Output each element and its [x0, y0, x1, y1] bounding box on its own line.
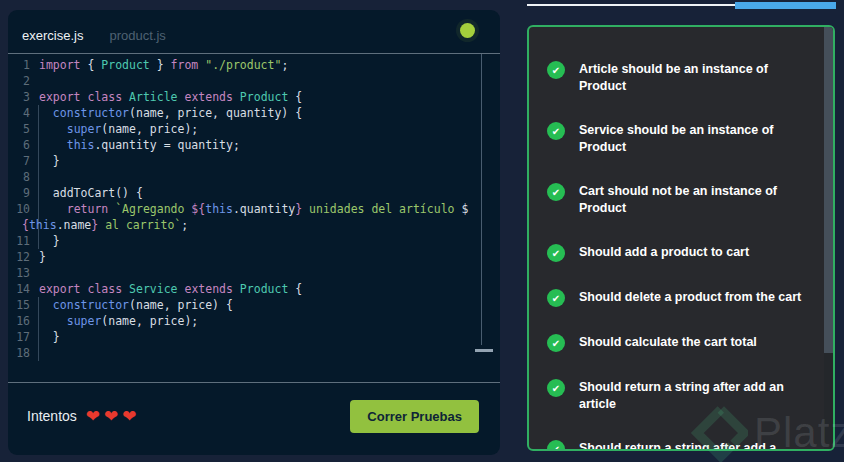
line-number: 4 [14, 105, 30, 121]
code-line: 2 [8, 73, 500, 89]
code-line: 1import { Product } from "./product"; [8, 57, 500, 73]
code-line: 9 addToCart() { [8, 185, 500, 201]
test-result-item: ✔Should calculate the cart total [547, 334, 817, 352]
test-result-text: Should calculate the cart total [579, 334, 757, 351]
line-number: 2 [14, 73, 30, 89]
test-result-text: Should add a product to cart [579, 244, 749, 261]
line-number: 6 [14, 137, 30, 153]
tab-product-js[interactable]: product.js [109, 28, 165, 43]
code-line: 11 } [8, 233, 500, 249]
test-results-panel: ✔Article should be an instance of Produc… [527, 25, 835, 451]
test-result-item: ✔Should delete a product from the cart [547, 289, 817, 307]
test-result-item: ✔Should add a product to cart [547, 244, 817, 262]
run-tests-button[interactable]: Correr Pruebas [350, 400, 479, 433]
test-result-item: ✔Cart should not be an instance of Produ… [547, 183, 817, 217]
tests-scrollbar-thumb[interactable] [824, 27, 833, 353]
check-icon: ✔ [547, 440, 565, 449]
code-line: 5 super(name, price); [8, 121, 500, 137]
test-result-text: Should delete a product from the cart [579, 289, 801, 306]
code-line: 6 this.quantity = quantity; [8, 137, 500, 153]
test-result-item: ✔Service should be an instance of Produc… [547, 122, 817, 156]
code-line: 17 } [8, 329, 500, 345]
check-icon: ✔ [547, 183, 565, 201]
line-number: 11 [14, 233, 30, 249]
test-result-text: Article should be an instance of Product [579, 61, 817, 95]
editor-horizontal-scrollbar[interactable] [475, 349, 493, 352]
code-line: 12} [8, 249, 500, 265]
test-result-text: Service should be an instance of Product [579, 122, 774, 156]
code-line: 13 [8, 265, 500, 281]
progress-bar-remaining [735, 2, 836, 9]
editor-vertical-scrollbar[interactable] [481, 54, 482, 345]
line-number: 5 [14, 121, 30, 137]
heart-icon: ❤ [104, 408, 118, 425]
code-line: 10 return `Agregando ${this.quantity} un… [8, 201, 500, 217]
line-number: 1 [14, 57, 30, 73]
check-icon: ✔ [547, 289, 565, 307]
line-number: 13 [14, 265, 30, 281]
test-result-text: Cart should not be an instance of Produc… [579, 183, 777, 217]
test-result-item: ✔Should return a string after add an art… [547, 379, 817, 413]
code-editor-area[interactable]: 1import { Product } from "./product";23e… [8, 54, 500, 382]
code-line: 16 super(name, price); [8, 313, 500, 329]
heart-icon: ❤ [122, 408, 136, 425]
status-dot-icon [460, 23, 475, 38]
editor-bottom-separator [8, 382, 500, 383]
attempts-label: Intentos [27, 408, 77, 424]
code-line: 3export class Article extends Product { [8, 89, 500, 105]
tab-exercise-js[interactable]: exercise.js [22, 28, 83, 43]
tests-scrollbar-track[interactable] [824, 27, 833, 449]
heart-icon: ❤ [86, 408, 100, 425]
test-results-list: ✔Article should be an instance of Produc… [529, 27, 833, 449]
line-number: 10 [14, 201, 30, 217]
check-icon: ✔ [547, 244, 565, 262]
code-line: 14export class Service extends Product { [8, 281, 500, 297]
test-result-text: Should return a string after add an arti… [579, 379, 784, 413]
test-result-text: Should return a string after add a servi… [579, 440, 776, 449]
code-line: {this.name} al carrito`; [8, 217, 500, 233]
line-number: 9 [14, 185, 30, 201]
code-line: 18 [8, 345, 500, 361]
line-number: 8 [14, 169, 30, 185]
test-result-item: ✔Should return a string after add a serv… [547, 440, 817, 449]
line-number: 14 [14, 281, 30, 297]
test-result-item: ✔Article should be an instance of Produc… [547, 61, 817, 95]
line-number: 7 [14, 153, 30, 169]
code-line: 7 } [8, 153, 500, 169]
progress-bar-done [527, 4, 735, 6]
code-line: 4 constructor(name, price, quantity) { [8, 105, 500, 121]
attempts-hearts: ❤❤❤ [86, 408, 137, 425]
editor-tab-bar: exercise.jsproduct.js [22, 22, 166, 48]
code-line: 8 [8, 169, 500, 185]
check-icon: ✔ [547, 122, 565, 140]
attempts-row: Intentos ❤❤❤ Correr Pruebas [8, 396, 500, 436]
line-number: 17 [14, 329, 30, 345]
code-line: 15 constructor(name, price) { [8, 297, 500, 313]
check-icon: ✔ [547, 61, 565, 79]
line-number: 16 [14, 313, 30, 329]
line-number: 15 [14, 297, 30, 313]
line-number: 12 [14, 249, 30, 265]
check-icon: ✔ [547, 334, 565, 352]
check-icon: ✔ [547, 379, 565, 397]
line-number: 18 [14, 345, 30, 361]
code-editor-card: exercise.jsproduct.js 1import { Product … [8, 10, 500, 455]
code-lines: 1import { Product } from "./product";23e… [8, 57, 500, 361]
line-number: 3 [14, 89, 30, 105]
